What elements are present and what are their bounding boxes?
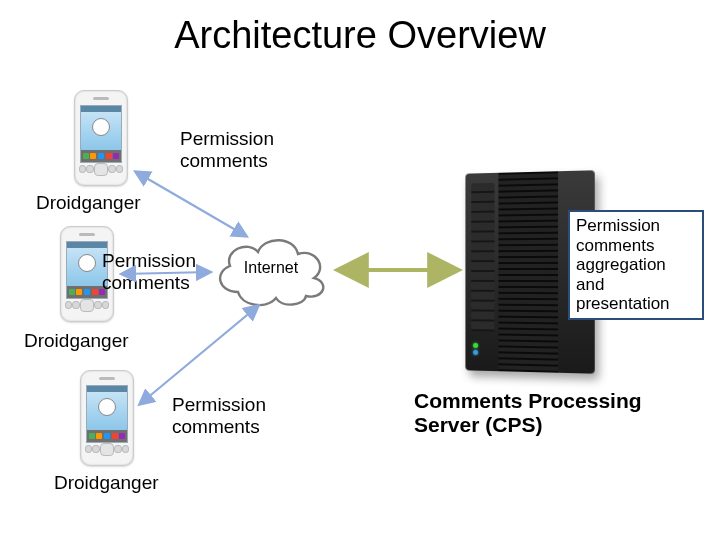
- cloud-icon: Internet: [208, 228, 334, 310]
- arrow1-label: Permission comments: [180, 128, 274, 172]
- phone1-label: Droidganger: [36, 192, 141, 214]
- phone3-label: Droidganger: [54, 472, 159, 494]
- svg-line-0: [136, 172, 246, 236]
- svg-line-2: [140, 306, 258, 404]
- cloud-label: Internet: [208, 259, 334, 277]
- phone2-label: Droidganger: [24, 330, 129, 352]
- server-name: Comments Processing Server (CPS): [414, 389, 664, 437]
- arrow3-label: Permission comments: [172, 394, 266, 438]
- phone-icon: [74, 90, 128, 186]
- server-caption: Permission comments aggregation and pres…: [568, 210, 704, 320]
- phone-icon: [80, 370, 134, 466]
- arrow2-label: Permission comments: [102, 250, 196, 294]
- page-title: Architecture Overview: [0, 14, 720, 57]
